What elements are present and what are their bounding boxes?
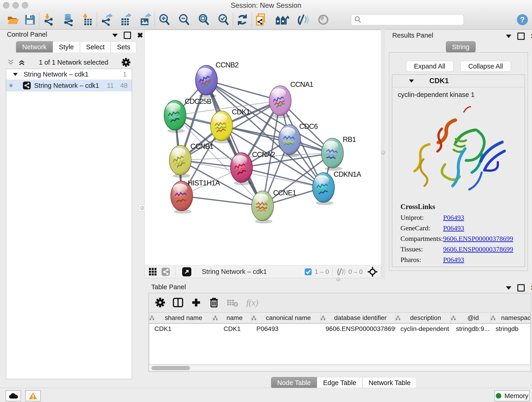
node-RB1[interactable]	[322, 138, 343, 171]
left-splitter-handle[interactable]	[139, 204, 145, 211]
network-collection-row[interactable]: String Network – cdk1 1	[6, 69, 132, 80]
tab-network[interactable]: Network	[16, 41, 53, 52]
bottom-splitter-handle[interactable]	[336, 277, 340, 281]
birds-eye-view-icon[interactable]	[367, 267, 378, 277]
collection-expander-icon[interactable]	[13, 73, 18, 76]
refresh-button[interactable]	[236, 13, 248, 26]
node-CDC6[interactable]	[279, 125, 301, 157]
export-image-button[interactable]	[139, 13, 151, 26]
panel-menu-icon[interactable]	[112, 34, 118, 37]
crosslink-link[interactable]: P06493	[443, 214, 464, 221]
open-session-button[interactable]	[7, 13, 19, 26]
panel-menu-icon[interactable]	[506, 286, 511, 290]
network-row-selected[interactable]: String Network – cdk1 11 48	[6, 80, 132, 91]
close-panel-icon[interactable]: ✖	[531, 33, 532, 39]
tab-string[interactable]: String	[446, 41, 476, 52]
crosslink-link[interactable]: P06493	[443, 224, 464, 232]
show-columns-icon[interactable]	[172, 298, 184, 307]
crosslink-link[interactable]: P06493	[443, 256, 464, 264]
node-table[interactable]: shared namenamecanonical namedatabase id…	[149, 313, 530, 365]
memory-button[interactable]: Memory	[494, 390, 530, 401]
tab-edge-table[interactable]: Edge Table	[317, 377, 362, 388]
column-header-shared-name[interactable]: shared name	[149, 313, 213, 323]
column-header-database-identifier[interactable]: database identifier	[321, 313, 395, 323]
table-horizontal-scrollbar[interactable]	[149, 366, 530, 370]
search-input[interactable]	[363, 16, 463, 24]
gear-icon[interactable]	[121, 58, 131, 67]
export-table-button[interactable]	[120, 13, 132, 26]
cell--id[interactable]: stringdb:9...	[451, 325, 491, 332]
scrollbar-thumb[interactable]	[152, 366, 190, 370]
delete-column-icon[interactable]	[209, 297, 219, 308]
cell-canonical-name[interactable]: P06493	[251, 325, 321, 332]
tab-sets[interactable]: Sets	[111, 41, 136, 52]
crosslink-link[interactable]: 9606.ENSP00000378699	[443, 245, 513, 253]
section-expander-icon[interactable]	[409, 79, 414, 83]
close-panel-icon[interactable]: ✖	[137, 32, 143, 38]
float-panel-icon[interactable]	[517, 32, 525, 40]
crosslink-link[interactable]: 9606.ENSP00000378699	[443, 235, 513, 242]
zoom-in-button[interactable]	[158, 13, 171, 26]
zoom-selected-button[interactable]	[217, 13, 230, 26]
tab-node-table[interactable]: Node Table	[271, 377, 317, 388]
tab-network-table[interactable]: Network Table	[362, 377, 417, 388]
right-splitter-handle[interactable]	[381, 151, 385, 155]
first-neighbors-button[interactable]	[275, 13, 289, 26]
collapse-all-icon[interactable]	[7, 58, 15, 66]
cell-name[interactable]: CDK1	[213, 325, 251, 332]
export-table-icon	[120, 13, 132, 26]
hidden-node-edge-counts: 0 – 0	[348, 268, 363, 275]
expand-all-icon[interactable]	[18, 58, 26, 66]
hide-selected-button[interactable]	[297, 13, 310, 26]
selected-checkbox-icon[interactable]	[304, 268, 312, 275]
hidden-eye-slash-icon[interactable]	[336, 268, 346, 276]
table-row[interactable]: CDK1CDK1P064939606.ENSP00000378699cyclin…	[149, 324, 530, 334]
network-canvas[interactable]: CCNB2CCNA1CDC25BCDK1CDC6RB1CCNB1CCNA2CDK…	[145, 30, 381, 266]
gene-section-header[interactable]: CDK1	[392, 75, 525, 87]
node-CCNE1[interactable]	[252, 191, 273, 223]
column-header-name[interactable]: name	[213, 313, 251, 323]
import-network-database-button[interactable]	[62, 13, 75, 26]
column-header--id[interactable]: @id	[451, 313, 491, 323]
table-panel-title: Table Panel	[151, 283, 186, 291]
zoom-fit-button[interactable]	[197, 13, 210, 26]
show-all-button[interactable]	[317, 13, 329, 26]
node-CCNB2[interactable]	[196, 65, 217, 98]
node-CDC25B[interactable]	[164, 100, 186, 133]
node-label-CCNB1: CCNB1	[190, 142, 213, 150]
cell-database-identifier[interactable]: 9606.ENSP00000378699	[321, 325, 395, 332]
network-share-icon[interactable]	[161, 268, 170, 276]
add-column-icon[interactable]	[191, 298, 201, 307]
grid-view-icon[interactable]	[148, 268, 157, 276]
import-network-file-button[interactable]	[43, 13, 55, 26]
cell-shared-name[interactable]: CDK1	[149, 325, 213, 332]
edge-HIST1H1A-CCNE1[interactable]	[182, 196, 263, 206]
duplicate-pages-icon	[255, 13, 267, 26]
column-header-canonical-name[interactable]: canonical name	[251, 313, 321, 323]
column-header-description[interactable]: description	[395, 313, 451, 323]
warnings-button[interactable]	[25, 390, 41, 401]
collapse-all-button[interactable]: Collapse All	[460, 61, 511, 72]
export-network-button[interactable]	[100, 13, 113, 26]
float-panel-icon[interactable]	[517, 284, 525, 292]
panel-menu-icon[interactable]	[506, 35, 511, 38]
table-settings-gear-icon[interactable]	[155, 298, 165, 307]
help-button[interactable]: ?	[516, 13, 528, 26]
expand-all-button[interactable]: Expand All	[406, 61, 453, 72]
import-table-file-button[interactable]	[82, 13, 94, 26]
clone-network-button[interactable]	[255, 13, 267, 26]
node-CCNB1[interactable]	[169, 145, 191, 178]
cell-description[interactable]: cyclin-dependent ...	[395, 325, 451, 332]
save-session-button[interactable]	[24, 13, 36, 26]
tab-select[interactable]: Select	[80, 41, 111, 52]
column-type-icon	[321, 315, 326, 320]
column-header-namespac[interactable]: namespac	[491, 313, 530, 323]
open-in-new-window-button[interactable]	[182, 267, 191, 276]
node-CDKN1A[interactable]	[312, 172, 335, 205]
float-panel-icon[interactable]	[124, 32, 131, 39]
cell-namespac[interactable]: stringdb	[491, 325, 530, 332]
tab-style[interactable]: Style	[53, 41, 80, 52]
cloud-button[interactable]	[6, 390, 21, 401]
zoom-out-button[interactable]	[178, 13, 190, 26]
close-panel-icon[interactable]: ✖	[531, 285, 532, 291]
